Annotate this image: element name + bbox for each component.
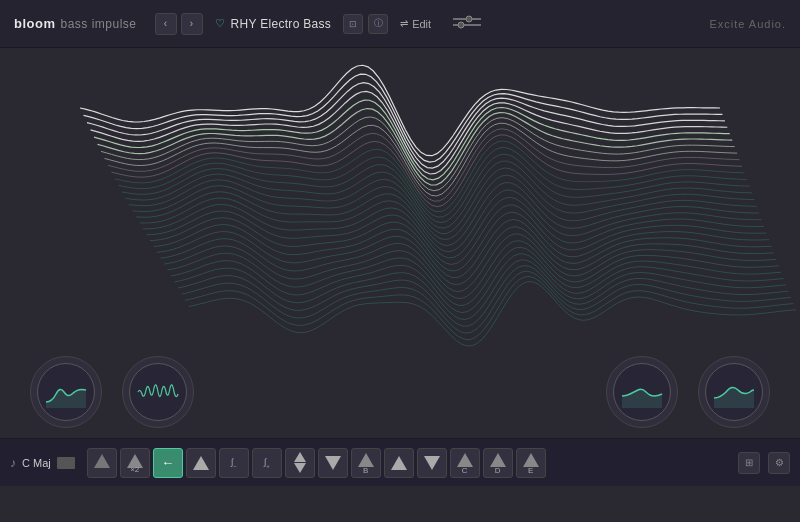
- excite-audio-logo: Excite Audio.: [709, 18, 786, 30]
- knob-right1[interactable]: [606, 356, 678, 428]
- bottom-bar: ♪ C Maj /2 ×2 ← ∫− ∫+: [0, 438, 800, 486]
- piano-keyboard-icon[interactable]: [57, 457, 75, 469]
- tri-down-button[interactable]: [318, 448, 348, 478]
- key-b-button[interactable]: B: [351, 448, 381, 478]
- knob-row: [0, 356, 800, 428]
- integral-neg-button[interactable]: ∫−: [219, 448, 249, 478]
- logo-sub: bass impulse: [61, 17, 137, 31]
- tri-up2-button[interactable]: [384, 448, 414, 478]
- save-preset-button[interactable]: ⊡: [343, 14, 363, 34]
- knob-right-group: [606, 356, 770, 428]
- heart-icon[interactable]: ♡: [215, 17, 225, 30]
- tri-both-button[interactable]: [285, 448, 315, 478]
- key-d-button[interactable]: D: [483, 448, 513, 478]
- key-info: ♪ C Maj: [10, 456, 75, 470]
- edit-button[interactable]: ⇌ Edit: [400, 18, 431, 30]
- arrow-left-button[interactable]: ←: [153, 448, 183, 478]
- note-icon: ♪: [10, 456, 16, 470]
- key-value: C Maj: [22, 457, 51, 469]
- knob-filter-display: [37, 363, 95, 421]
- knob-right2[interactable]: [698, 356, 770, 428]
- tri-up-button[interactable]: [186, 448, 216, 478]
- knob-mid[interactable]: [122, 356, 194, 428]
- svg-point-3: [458, 22, 464, 28]
- knob-left-group: [30, 356, 194, 428]
- div2-button[interactable]: /2: [87, 448, 117, 478]
- key-c-button[interactable]: C: [450, 448, 480, 478]
- mixer-icon[interactable]: [451, 14, 491, 33]
- edit-icon: ⇌: [400, 18, 408, 29]
- nav-arrows: ‹ ›: [155, 13, 203, 35]
- preset-area: ♡ RHY Electro Bass ⊡ ⓘ: [215, 14, 389, 34]
- edit-label: Edit: [412, 18, 431, 30]
- main-visualization: [0, 48, 800, 438]
- knob-right2-display: [705, 363, 763, 421]
- preset-name: RHY Electro Bass: [231, 17, 332, 31]
- knob-right1-display: [613, 363, 671, 421]
- grid-view-button[interactable]: ⊞: [738, 452, 760, 474]
- knob-mid-display: [129, 363, 187, 421]
- header-bar: bloom bass impulse ‹ › ♡ RHY Electro Bas…: [0, 0, 800, 48]
- info-button[interactable]: ⓘ: [368, 14, 388, 34]
- knob-filter[interactable]: [30, 356, 102, 428]
- settings-button[interactable]: ⚙: [768, 452, 790, 474]
- mul2-button[interactable]: ×2: [120, 448, 150, 478]
- preset-action-icons: ⊡ ⓘ: [343, 14, 388, 34]
- logo-bloom: bloom: [14, 16, 56, 31]
- transform-buttons: /2 ×2 ← ∫− ∫+: [87, 448, 546, 478]
- integral-pos-button[interactable]: ∫+: [252, 448, 282, 478]
- svg-point-2: [466, 16, 472, 22]
- nav-next-button[interactable]: ›: [181, 13, 203, 35]
- tri-down2-button[interactable]: [417, 448, 447, 478]
- nav-prev-button[interactable]: ‹: [155, 13, 177, 35]
- bottom-right-actions: ⊞ ⚙: [738, 452, 790, 474]
- key-e-button[interactable]: E: [516, 448, 546, 478]
